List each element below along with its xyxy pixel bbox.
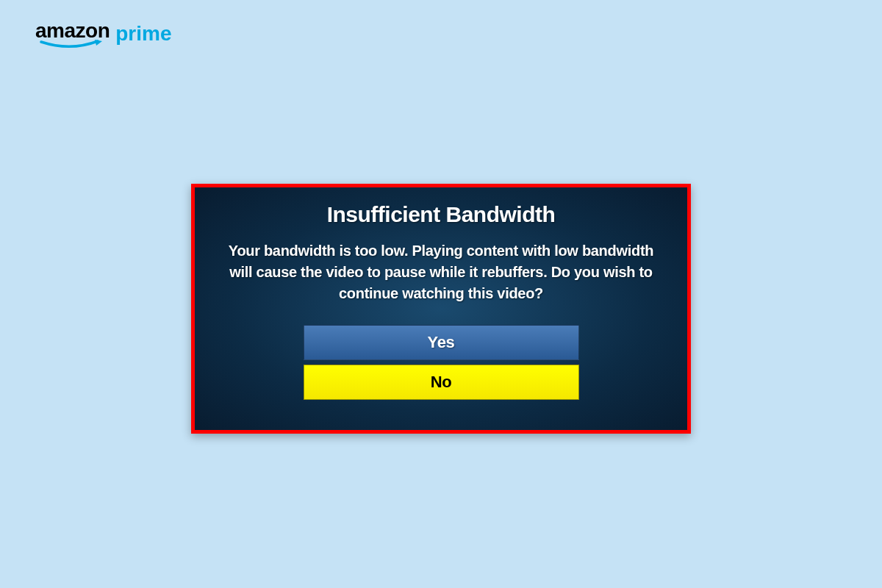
yes-button[interactable]: Yes: [304, 325, 579, 360]
no-button[interactable]: No: [304, 365, 579, 400]
amazon-smile-icon: [37, 40, 107, 51]
dialog-title: Insufficient Bandwidth: [327, 202, 556, 227]
dialog-buttons: Yes No: [304, 325, 579, 400]
amazon-prime-logo: amazon prime: [35, 21, 172, 51]
dialog-message: Your bandwidth is too low. Playing conte…: [228, 240, 654, 304]
prime-text: prime: [115, 24, 171, 44]
bandwidth-dialog: Insufficient Bandwidth Your bandwidth is…: [191, 184, 691, 434]
amazon-logo-part: amazon: [35, 21, 110, 51]
amazon-text: amazon: [35, 21, 110, 41]
dialog-content: Insufficient Bandwidth Your bandwidth is…: [195, 187, 687, 430]
